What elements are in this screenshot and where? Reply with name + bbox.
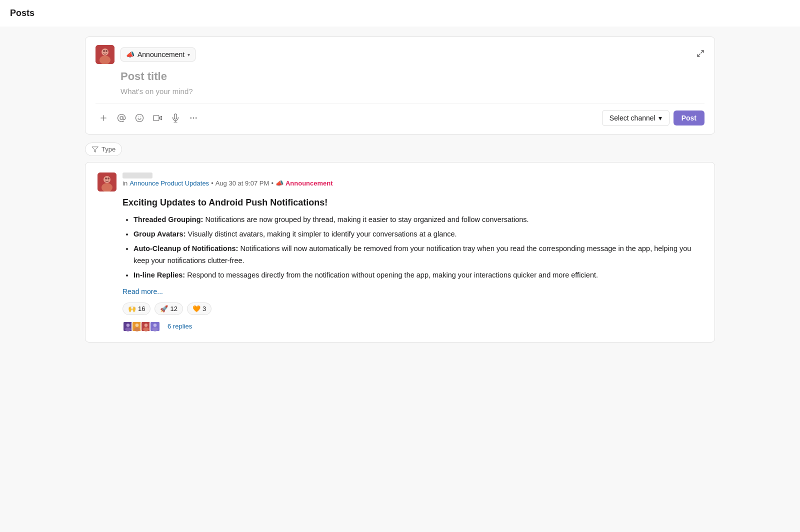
post-type-badge: Announcement [286,180,333,187]
select-channel-button[interactable]: Select channel ▾ [602,110,670,126]
list-item: In-line Replies: Respond to messages dir… [134,270,702,281]
select-channel-label: Select channel [610,114,656,122]
post-in-label: in [122,180,128,187]
list-item: Threaded Grouping: Notifications are now… [134,214,702,226]
svg-point-27 [144,324,148,327]
svg-marker-14 [92,146,98,152]
reaction-pill-1[interactable]: 🙌 16 [122,302,150,315]
post-author-name [122,172,152,178]
reply-avatars [122,321,160,332]
reaction-pill-3[interactable]: 🧡 3 [187,302,212,315]
post-type-emoji: 📣 [276,180,284,187]
read-more-link[interactable]: Read more... [122,288,163,296]
emoji-icon[interactable] [132,110,148,126]
bullet-bold-1: Threaded Grouping: [134,216,203,224]
svg-marker-9 [159,116,162,120]
filter-icon [92,146,98,153]
reactions-row: 🙌 16 🚀 12 🧡 3 [122,302,702,315]
svg-point-3 [103,50,105,52]
svg-point-22 [125,328,130,332]
expand-icon[interactable] [696,50,704,60]
post-body-input[interactable]: What's on your mind? [120,87,704,96]
post-channel-link[interactable]: Announce Product Updates [130,180,209,187]
mention-icon[interactable] [114,110,130,126]
post-bullets-list: Threaded Grouping: Notifications are now… [122,214,702,281]
reaction-emoji-1: 🙌 [128,305,136,312]
post-button[interactable]: Post [674,110,704,126]
select-channel-chevron-icon: ▾ [658,114,662,122]
chevron-down-icon: ▾ [188,52,190,58]
replies-count-label[interactable]: 6 replies [168,322,192,330]
svg-point-28 [143,328,148,332]
list-item: Auto-Cleanup of Notifications: Notificat… [134,243,702,266]
page-title: Posts [0,0,800,26]
svg-point-19 [108,178,110,180]
reaction-count-2: 12 [170,305,177,312]
reaction-pill-2[interactable]: 🚀 12 [154,302,182,315]
bullet-text-1: Notifications are now grouped by thread,… [205,216,528,224]
more-icon[interactable] [186,110,202,126]
reaction-count-1: 16 [138,305,145,312]
svg-point-31 [152,328,158,332]
list-item: Group Avatars: Visually distinct avatars… [134,228,702,240]
svg-point-21 [126,324,130,327]
type-filter-label: Type [102,146,116,153]
bullet-bold-4: In-line Replies: [134,271,185,279]
svg-rect-10 [154,116,159,121]
svg-point-5 [120,116,123,120]
svg-point-24 [136,324,139,327]
channel-name: Announcement [138,50,184,58]
channel-emoji: 📣 [126,50,134,58]
replies-row[interactable]: 6 replies [122,321,702,332]
microphone-icon[interactable] [168,110,184,126]
svg-point-11 [190,118,192,118]
post-timestamp: Aug 30 at 9:07 PM [216,180,270,187]
compose-avatar [96,45,114,64]
post-avatar [98,172,116,192]
svg-point-18 [105,178,107,180]
reaction-count-3: 3 [202,305,206,312]
svg-point-30 [154,324,157,327]
post-title-input[interactable]: Post title [120,70,704,83]
bullet-bold-2: Group Avatars: [134,230,186,238]
compose-area: 📣 Announcement ▾ Post title What's on yo… [85,36,715,134]
svg-point-25 [134,328,140,332]
bullet-bold-3: Auto-Cleanup of Notifications: [134,244,238,252]
post-card: in Announce Product Updates • Aug 30 at … [85,162,715,342]
svg-point-4 [106,50,108,52]
reply-avatar-4 [150,321,160,332]
reaction-emoji-2: 🚀 [160,305,168,312]
type-filter-button[interactable]: Type [85,142,122,156]
svg-point-13 [196,118,197,118]
add-icon[interactable] [96,110,112,126]
post-separator: • [211,180,214,187]
svg-point-6 [136,114,144,122]
bullet-text-2: Visually distinct avatars, making it sim… [188,230,457,238]
filter-row: Type [85,142,715,156]
svg-point-12 [193,118,194,118]
channel-selector-button[interactable]: 📣 Announcement ▾ [120,48,196,62]
post-dot-separator: • [271,180,274,187]
reaction-emoji-3: 🧡 [192,305,200,312]
post-headline: Exciting Updates to Android Push Notific… [122,198,702,208]
video-icon[interactable] [150,110,166,126]
bullet-text-4: Respond to messages directly from the no… [187,271,598,279]
